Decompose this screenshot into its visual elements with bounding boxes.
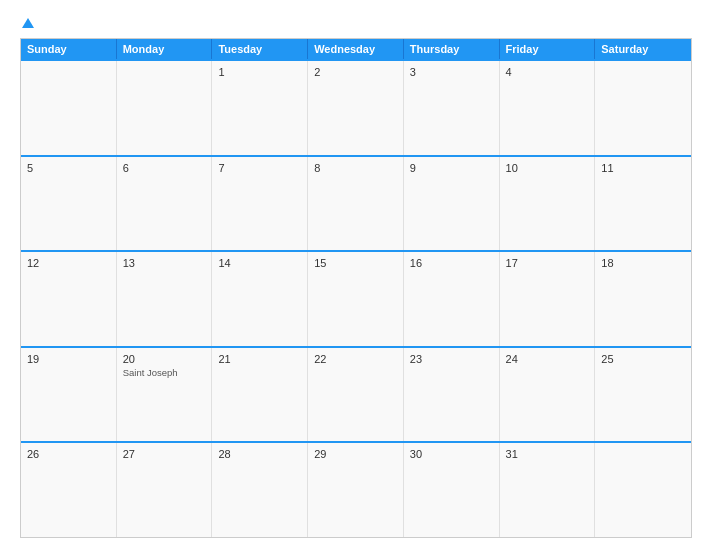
calendar-week: 262728293031 xyxy=(21,441,691,537)
calendar-cell: 11 xyxy=(595,157,691,251)
weekday-header: Monday xyxy=(117,39,213,59)
calendar-cell: 10 xyxy=(500,157,596,251)
calendar-cell: 6 xyxy=(117,157,213,251)
calendar-cell: 9 xyxy=(404,157,500,251)
day-number: 7 xyxy=(218,162,224,174)
day-number: 16 xyxy=(410,257,422,269)
calendar-cell: 19 xyxy=(21,348,117,442)
logo-triangle-icon xyxy=(22,18,34,28)
day-number: 29 xyxy=(314,448,326,460)
day-number: 4 xyxy=(506,66,512,78)
weekday-header: Wednesday xyxy=(308,39,404,59)
day-number: 24 xyxy=(506,353,518,365)
day-number: 6 xyxy=(123,162,129,174)
day-number: 1 xyxy=(218,66,224,78)
day-number: 22 xyxy=(314,353,326,365)
calendar-cell: 14 xyxy=(212,252,308,346)
calendar-cell: 23 xyxy=(404,348,500,442)
calendar-cell: 21 xyxy=(212,348,308,442)
calendar-cell: 8 xyxy=(308,157,404,251)
day-number: 30 xyxy=(410,448,422,460)
day-number: 19 xyxy=(27,353,39,365)
calendar-cell: 20Saint Joseph xyxy=(117,348,213,442)
weekday-header: Thursday xyxy=(404,39,500,59)
header xyxy=(20,18,692,28)
day-number: 18 xyxy=(601,257,613,269)
weekday-header: Tuesday xyxy=(212,39,308,59)
calendar-cell: 12 xyxy=(21,252,117,346)
calendar-cell xyxy=(21,61,117,155)
calendar-cell: 1 xyxy=(212,61,308,155)
day-number: 10 xyxy=(506,162,518,174)
day-number: 27 xyxy=(123,448,135,460)
day-number: 17 xyxy=(506,257,518,269)
calendar-cell: 17 xyxy=(500,252,596,346)
calendar-cell: 5 xyxy=(21,157,117,251)
calendar-cell: 2 xyxy=(308,61,404,155)
weekday-header: Saturday xyxy=(595,39,691,59)
logo xyxy=(20,18,34,28)
calendar-cell: 25 xyxy=(595,348,691,442)
calendar-week: 1234 xyxy=(21,59,691,155)
day-number: 20 xyxy=(123,353,135,365)
day-number: 11 xyxy=(601,162,613,174)
day-number: 8 xyxy=(314,162,320,174)
calendar: SundayMondayTuesdayWednesdayThursdayFrid… xyxy=(20,38,692,538)
calendar-cell: 29 xyxy=(308,443,404,537)
day-number: 15 xyxy=(314,257,326,269)
calendar-cell: 27 xyxy=(117,443,213,537)
day-number: 3 xyxy=(410,66,416,78)
day-number: 23 xyxy=(410,353,422,365)
calendar-cell: 7 xyxy=(212,157,308,251)
calendar-week: 567891011 xyxy=(21,155,691,251)
calendar-cell: 24 xyxy=(500,348,596,442)
day-number: 21 xyxy=(218,353,230,365)
holiday-name: Saint Joseph xyxy=(123,367,178,378)
day-number: 28 xyxy=(218,448,230,460)
calendar-header: SundayMondayTuesdayWednesdayThursdayFrid… xyxy=(21,39,691,59)
weekday-header: Sunday xyxy=(21,39,117,59)
calendar-cell: 16 xyxy=(404,252,500,346)
calendar-cell: 15 xyxy=(308,252,404,346)
calendar-body: 1234567891011121314151617181920Saint Jos… xyxy=(21,59,691,537)
day-number: 2 xyxy=(314,66,320,78)
day-number: 31 xyxy=(506,448,518,460)
day-number: 13 xyxy=(123,257,135,269)
day-number: 12 xyxy=(27,257,39,269)
calendar-cell: 18 xyxy=(595,252,691,346)
day-number: 9 xyxy=(410,162,416,174)
weekday-header: Friday xyxy=(500,39,596,59)
calendar-cell: 31 xyxy=(500,443,596,537)
calendar-cell: 26 xyxy=(21,443,117,537)
page: SundayMondayTuesdayWednesdayThursdayFrid… xyxy=(0,0,712,550)
day-number: 25 xyxy=(601,353,613,365)
calendar-cell: 28 xyxy=(212,443,308,537)
day-number: 14 xyxy=(218,257,230,269)
calendar-cell xyxy=(117,61,213,155)
calendar-cell: 22 xyxy=(308,348,404,442)
calendar-week: 1920Saint Joseph2122232425 xyxy=(21,346,691,442)
calendar-cell: 13 xyxy=(117,252,213,346)
calendar-cell: 3 xyxy=(404,61,500,155)
calendar-week: 12131415161718 xyxy=(21,250,691,346)
day-number: 5 xyxy=(27,162,33,174)
calendar-cell xyxy=(595,443,691,537)
calendar-cell xyxy=(595,61,691,155)
day-number: 26 xyxy=(27,448,39,460)
calendar-cell: 4 xyxy=(500,61,596,155)
calendar-cell: 30 xyxy=(404,443,500,537)
